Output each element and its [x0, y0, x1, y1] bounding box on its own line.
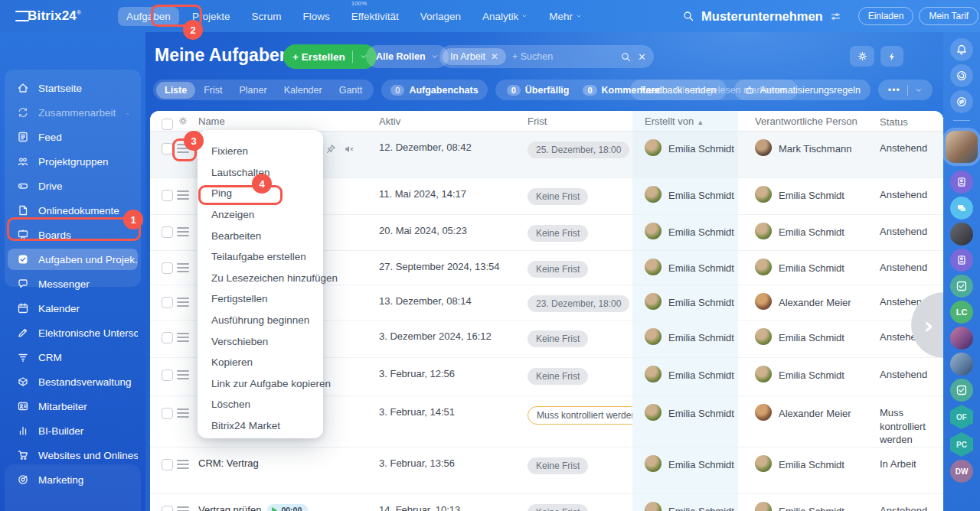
frist-badge[interactable]: Keine Frist	[528, 368, 588, 385]
clear-search-icon[interactable]: ✕	[638, 51, 646, 63]
row-checkbox[interactable]	[162, 459, 173, 470]
row-checkbox[interactable]	[162, 143, 173, 155]
sidebar-item-bestandsverwaltung[interactable]: Bestandsverwaltung	[8, 371, 138, 392]
table-row[interactable]: CRM: Vertrag3. Februar, 13:56Keine Frist…	[150, 447, 943, 493]
rail-darkav[interactable]	[950, 223, 973, 246]
person[interactable]: Emilia Schmidt	[645, 142, 738, 156]
nav-item-analytik[interactable]: Analytik	[474, 7, 536, 26]
menu-item-bitrix24-market[interactable]: Bitrix24 Market	[198, 415, 323, 437]
checksq-icon[interactable]	[950, 275, 973, 298]
chevron-up-icon[interactable]	[125, 109, 130, 116]
menu-item-ausführung-beginnen[interactable]: Ausführung beginnen	[198, 310, 323, 331]
chatsync-icon[interactable]	[950, 90, 973, 113]
frist-badge[interactable]: Keine Frist	[528, 457, 588, 474]
bell-icon[interactable]	[950, 38, 973, 61]
feedback-button[interactable]: Feedback senden	[630, 80, 726, 100]
more-actions-button[interactable]: •••	[878, 80, 933, 100]
person[interactable]: Mark Tischmann	[755, 142, 864, 156]
contact-icon[interactable]	[950, 171, 973, 194]
task-chats-pill[interactable]: 0 Aufgabenchats	[381, 80, 487, 100]
frist-badge[interactable]: Keine Frist	[528, 225, 588, 242]
tab-planer[interactable]: Planer	[231, 82, 276, 99]
nav-item-aufgaben[interactable]: Aufgaben	[118, 7, 179, 26]
rail-badge-dw[interactable]: DW	[950, 460, 973, 483]
person[interactable]: Emilia Schmidt	[645, 295, 738, 310]
row-menu-icon[interactable]	[177, 337, 189, 338]
rail-badge-pc[interactable]: PC	[950, 432, 973, 457]
person[interactable]: Emilia Schmidt	[755, 504, 864, 511]
sidebar-item-boards[interactable]: Boards	[8, 224, 138, 246]
company-name[interactable]: Musterunternehmen	[701, 9, 823, 24]
sidebar-item-bi-builder[interactable]: BI-Builder	[8, 420, 138, 441]
person[interactable]: Emilia Schmidt	[755, 188, 864, 203]
menu-item-fixieren[interactable]: Fixieren	[198, 141, 323, 162]
person[interactable]: Emilia Schmidt	[755, 261, 864, 275]
sidebar-item-onlinedokumente[interactable]: Onlinedokumente	[8, 200, 138, 221]
search-icon[interactable]	[682, 10, 694, 22]
frist-badge[interactable]: Keine Frist	[528, 504, 588, 511]
menu-item-verschieben[interactable]: Verschieben	[198, 330, 323, 352]
row-menu-icon[interactable]	[177, 464, 189, 465]
column-header-aktiv[interactable]: Aktiv	[367, 111, 521, 131]
frist-badge[interactable]: Keine Frist	[528, 261, 588, 278]
person[interactable]: Emilia Schmidt	[755, 225, 864, 239]
sidebar-item-mitarbeiter[interactable]: Mitarbeiter	[8, 395, 138, 417]
sidebar-item-feed[interactable]: Feed	[8, 126, 138, 148]
menu-item-teilaufgabe-erstellen[interactable]: Teilaufgabe erstellen	[198, 246, 323, 268]
sidebar-item-drive[interactable]: Drive	[8, 175, 138, 197]
frist-badge[interactable]: Keine Frist	[528, 188, 588, 205]
row-checkbox[interactable]	[162, 226, 173, 238]
nav-item-scrum[interactable]: Scrum	[243, 7, 289, 26]
rail-badge-lc[interactable]: LC	[950, 301, 973, 324]
automation-rules-button[interactable]: Automatisierungsregeln	[734, 80, 871, 100]
search-icon[interactable]	[620, 51, 632, 63]
sidebar-item-zusammenarbeit[interactable]: Zusammenarbeit	[8, 102, 138, 123]
sidebar-item-projektgruppen[interactable]: Projektgruppen	[8, 151, 138, 172]
row-menu-icon[interactable]	[177, 301, 189, 303]
rail-badge-of[interactable]: OF	[950, 405, 973, 429]
topbar-button-einladen[interactable]: Einladen	[858, 7, 914, 25]
menu-item-zu-lesezeichen-hinzufügen[interactable]: Zu Lesezeichen hinzufügen	[198, 268, 323, 289]
frist-badge[interactable]: 25. Dezember, 18:00	[528, 142, 629, 158]
menu-item-fertigstellen[interactable]: Fertigstellen	[198, 288, 323, 310]
person[interactable]: Alexander Meier	[755, 295, 864, 310]
frist-badge[interactable]: Keine Frist	[528, 330, 588, 347]
grid-settings-button[interactable]	[850, 46, 874, 67]
rail-main-avatar[interactable]	[946, 131, 978, 163]
task-timer-chip[interactable]: 00:00	[267, 504, 308, 511]
row-checkbox[interactable]	[162, 297, 173, 308]
person[interactable]: Emilia Schmidt	[645, 504, 738, 511]
overdue-counter[interactable]: 0Überfällig	[500, 85, 577, 96]
person[interactable]: Emilia Schmidt	[755, 330, 864, 345]
person[interactable]: Emilia Schmidt	[645, 225, 738, 239]
bubbles-icon[interactable]	[950, 197, 973, 220]
column-header-erstellt-von[interactable]: Erstellt von▲	[632, 111, 738, 131]
select-all-checkbox[interactable]	[162, 119, 173, 130]
swirl-icon[interactable]	[950, 64, 973, 87]
rail-group[interactable]	[950, 353, 973, 376]
menu-item-anzeigen[interactable]: Anzeigen	[198, 204, 323, 226]
column-header-name[interactable]: Name	[193, 111, 367, 131]
checksq-icon[interactable]	[950, 379, 973, 402]
column-header-status[interactable]: Status	[864, 111, 943, 131]
roles-dropdown[interactable]: Alle Rollen	[366, 45, 449, 68]
task-name[interactable]: CRM: Vertrag	[193, 448, 367, 493]
person[interactable]: Emilia Schmidt	[645, 188, 738, 203]
person[interactable]: Emilia Schmidt	[755, 457, 864, 472]
table-row[interactable]: Vertrag prüfen00:0014. Februar, 10:13Kei…	[150, 493, 943, 511]
menu-item-löschen[interactable]: Löschen	[198, 394, 323, 415]
menu-item-bearbeiten[interactable]: Bearbeiten	[198, 225, 323, 246]
menu-item-lautschalten[interactable]: Lautschalten	[198, 162, 323, 184]
person[interactable]: Emilia Schmidt	[645, 457, 738, 472]
row-checkbox[interactable]	[162, 190, 173, 201]
person[interactable]: Emilia Schmidt	[645, 368, 738, 382]
sidebar-item-crm[interactable]: CRM	[8, 347, 138, 368]
sidebar-item-elektronische-untersc[interactable]: Elektronische Untersc...	[8, 322, 138, 343]
menu-item-ping[interactable]: Ping	[198, 183, 323, 204]
row-checkbox[interactable]	[162, 506, 173, 511]
tab-kalender[interactable]: Kalender	[276, 82, 331, 99]
row-menu-icon[interactable]	[177, 374, 189, 376]
remove-filter-icon[interactable]: ✕	[491, 51, 498, 62]
row-menu-icon[interactable]	[177, 267, 189, 269]
nav-item-flows[interactable]: Flows	[294, 7, 338, 26]
